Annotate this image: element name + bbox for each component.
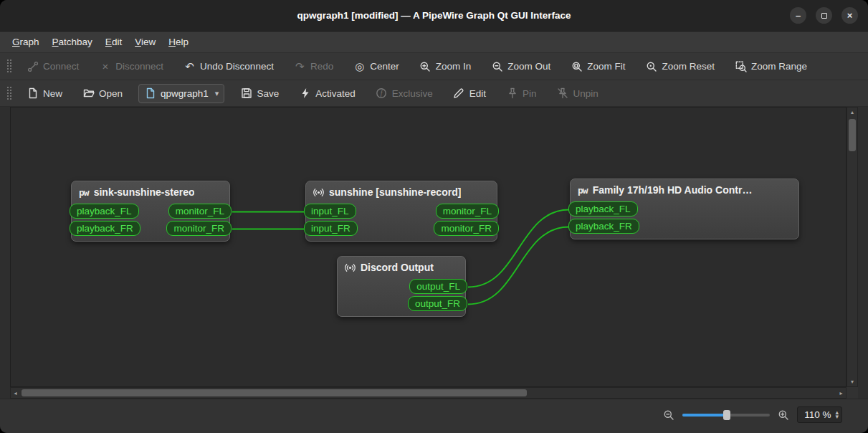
app-window: qpwgraph1 [modified] — A PipeWire Graph … bbox=[0, 0, 868, 433]
edit-icon bbox=[453, 87, 465, 100]
zoom-slider-handle[interactable] bbox=[723, 410, 730, 420]
port-playback_FR[interactable]: playback_FR bbox=[70, 221, 140, 236]
menu-edit[interactable]: Edit bbox=[99, 34, 128, 50]
connections-layer bbox=[11, 108, 846, 386]
dropdown-arrow-icon: ▾ bbox=[215, 89, 219, 98]
undo-disconnect-button[interactable]: ↶Undo Disconnect bbox=[178, 57, 280, 76]
zoom-in-button[interactable]: Zoom In bbox=[414, 57, 477, 76]
vertical-scrollbar-handle[interactable] bbox=[849, 119, 856, 151]
window-controls: – × bbox=[790, 0, 858, 31]
horizontal-scrollbar[interactable]: ◂ ▸ bbox=[10, 387, 846, 399]
port-input_FR[interactable]: input_FR bbox=[304, 221, 358, 236]
zoom-spin-arrows[interactable]: ▴ ▾ bbox=[835, 411, 839, 419]
zoom-reset-icon bbox=[646, 60, 658, 72]
port-playback_FL[interactable]: playback_FL bbox=[568, 201, 638, 217]
exclusive-button: fExclusive bbox=[370, 84, 439, 103]
port-output_FR[interactable]: output_FR bbox=[408, 296, 467, 311]
edit-button[interactable]: Edit bbox=[447, 84, 492, 103]
node-title: Discord Output bbox=[361, 262, 434, 273]
graph-toolbar: Connect×Disconnect↶Undo Disconnect↷Redo◎… bbox=[0, 53, 868, 80]
title-bar[interactable]: qpwgraph1 [modified] — A PipeWire Graph … bbox=[0, 0, 868, 32]
port-playback_FL[interactable]: playback_FL bbox=[70, 204, 139, 219]
spin-down-icon[interactable]: ▾ bbox=[835, 415, 839, 419]
node-title: sunshine [sunshine-record] bbox=[329, 186, 461, 198]
pin-icon bbox=[506, 87, 518, 100]
scroll-left-icon[interactable]: ◂ bbox=[11, 388, 20, 398]
menu-patchbay[interactable]: Patchbay bbox=[46, 34, 99, 50]
zoom-spinbox[interactable]: 110 % ▴ ▾ bbox=[797, 406, 842, 423]
patchbay-select-value: qpwgraph1 bbox=[161, 88, 209, 99]
node-sink-sunshine-stereo[interactable]: pwsink-sunshine-stereoplayback_FLmonitor… bbox=[71, 181, 230, 242]
patchbay-select[interactable]: qpwgraph1▾ bbox=[138, 84, 224, 103]
minimize-icon: – bbox=[796, 10, 801, 21]
toolbar-drag-handle[interactable] bbox=[6, 86, 11, 101]
toolbar-drag-handle[interactable] bbox=[6, 59, 11, 74]
status-zoom-in-icon bbox=[778, 409, 789, 421]
center-button[interactable]: ◎Center bbox=[348, 57, 405, 76]
exclusive-icon: f bbox=[376, 87, 388, 100]
scroll-right-icon[interactable]: ▸ bbox=[836, 388, 846, 398]
horizontal-scrollbar-handle[interactable] bbox=[22, 389, 527, 396]
redo-icon: ↷ bbox=[294, 60, 306, 72]
scroll-down-icon[interactable]: ▾ bbox=[847, 377, 857, 386]
port-input_FL[interactable]: input_FL bbox=[304, 204, 356, 219]
window-title: qpwgraph1 [modified] — A PipeWire Graph … bbox=[297, 10, 571, 21]
port-monitor_FR[interactable]: monitor_FR bbox=[166, 221, 232, 236]
minimize-button[interactable]: – bbox=[790, 7, 806, 24]
save-button[interactable]: Save bbox=[234, 84, 285, 103]
activated-icon bbox=[299, 87, 311, 100]
close-icon: × bbox=[847, 10, 853, 21]
new-button[interactable]: New bbox=[21, 84, 68, 103]
patchbay-file-icon bbox=[144, 87, 156, 100]
maximize-button[interactable] bbox=[816, 7, 832, 24]
port-monitor_FR[interactable]: monitor_FR bbox=[434, 221, 499, 236]
status-bar: 110 % ▴ ▾ bbox=[0, 399, 868, 433]
redo-button: ↷Redo bbox=[288, 57, 339, 76]
maximize-icon bbox=[821, 13, 827, 19]
disconnect-icon: × bbox=[99, 60, 111, 72]
zoom-reset-button[interactable]: Zoom Reset bbox=[640, 57, 721, 76]
central-area: pwsink-sunshine-stereoplayback_FLmonitor… bbox=[10, 107, 858, 399]
port-monitor_FL[interactable]: monitor_FL bbox=[436, 204, 499, 219]
activated-button[interactable]: Activated bbox=[293, 84, 361, 103]
zoom-out-icon bbox=[491, 60, 503, 72]
undo-icon: ↶ bbox=[183, 60, 196, 72]
stream-icon bbox=[345, 262, 356, 273]
vertical-scrollbar[interactable]: ▴ ▾ bbox=[846, 107, 858, 387]
menu-graph[interactable]: Graph bbox=[6, 34, 46, 50]
node-family-audio[interactable]: pwFamily 17h/19h HD Audio Contr…playback… bbox=[570, 179, 799, 239]
menu-view[interactable]: View bbox=[128, 34, 162, 50]
zoom-in-icon bbox=[419, 60, 431, 72]
graph-canvas[interactable]: pwsink-sunshine-stereoplayback_FLmonitor… bbox=[10, 107, 846, 387]
zoom-slider[interactable] bbox=[682, 409, 770, 421]
svg-text:f: f bbox=[381, 90, 383, 97]
scrollbar-corner bbox=[846, 387, 858, 399]
disconnect-button: ×Disconnect bbox=[93, 57, 169, 76]
zoom-out-button[interactable]: Zoom Out bbox=[485, 57, 556, 76]
open-button[interactable]: Open bbox=[77, 84, 128, 103]
patchbay-toolbar: NewOpenqpwgraph1▾SaveActivatedfExclusive… bbox=[0, 80, 868, 107]
unpin-icon bbox=[557, 87, 569, 100]
node-title: sink-sunshine-stereo bbox=[94, 186, 195, 198]
port-monitor_FL[interactable]: monitor_FL bbox=[168, 204, 232, 219]
port-playback_FR[interactable]: playback_FR bbox=[568, 219, 639, 234]
unpin-button: Unpin bbox=[551, 84, 604, 103]
port-output_FL[interactable]: output_FL bbox=[409, 279, 467, 294]
pipewire-icon: pw bbox=[79, 187, 89, 198]
node-title: Family 17h/19h HD Audio Contr… bbox=[593, 184, 753, 196]
node-discord-output[interactable]: Discord Outputoutput_FLoutput_FR bbox=[337, 256, 466, 317]
node-sunshine[interactable]: sunshine [sunshine-record]input_FLmonito… bbox=[305, 181, 497, 242]
close-button[interactable]: × bbox=[841, 7, 858, 24]
menu-bar: GraphPatchbayEditViewHelp bbox=[0, 32, 868, 53]
menu-help[interactable]: Help bbox=[162, 34, 195, 50]
zoom-fit-button[interactable]: Zoom Fit bbox=[565, 57, 631, 76]
stream-icon bbox=[313, 187, 324, 198]
scroll-up-icon[interactable]: ▴ bbox=[847, 108, 857, 117]
zoom-range-button[interactable]: Zoom Range bbox=[729, 57, 813, 76]
zoom-value: 110 % bbox=[804, 409, 831, 420]
open-icon bbox=[82, 87, 95, 100]
new-icon bbox=[27, 87, 39, 100]
zoom-fit-icon bbox=[571, 60, 583, 72]
center-icon: ◎ bbox=[353, 60, 366, 72]
connect-icon bbox=[27, 60, 39, 72]
